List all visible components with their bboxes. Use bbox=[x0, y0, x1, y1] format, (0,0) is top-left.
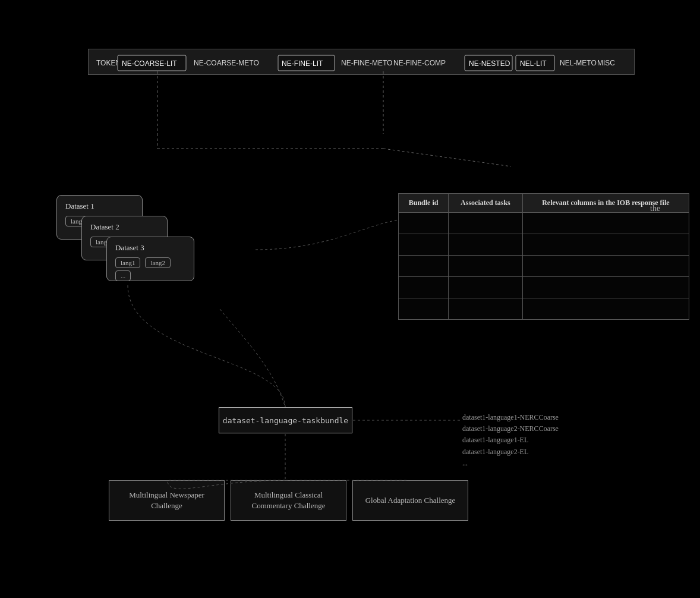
token-bar bbox=[88, 49, 635, 75]
table-header-bundle-id: Bundle id bbox=[399, 194, 449, 213]
table-row bbox=[399, 256, 689, 277]
challenge-box-global: Global Adaptation Challenge bbox=[352, 480, 468, 521]
lang-tag: lang2 bbox=[145, 257, 170, 268]
table-row bbox=[399, 277, 689, 298]
table-row bbox=[399, 234, 689, 256]
main-container: Dataset 1 lang Dataset 2 lang Dataset 3 … bbox=[0, 0, 700, 598]
lang-tag-ellipsis: ... bbox=[115, 270, 131, 281]
example-ids: dataset1-language1-NERCCoarse dataset1-l… bbox=[462, 412, 559, 469]
bundle-table: Bundle id Associated tasks Relevant colu… bbox=[398, 193, 689, 320]
taskbundle-label: dataset-language-taskbundle bbox=[223, 416, 348, 425]
table-header-relevant-columns: Relevant columns in the IOB response fil… bbox=[522, 194, 689, 213]
lang-tag: lang1 bbox=[115, 257, 140, 268]
challenge-box-newspaper: Multilingual Newspaper Challenge bbox=[109, 480, 225, 521]
taskbundle-box: dataset-language-taskbundle bbox=[219, 407, 352, 433]
challenge-label-classical: Multilingual Classical Commentary Challe… bbox=[236, 490, 341, 511]
table-header-associated-tasks: Associated tasks bbox=[449, 194, 523, 213]
dataset-card-3: Dataset 3 lang1 lang2 ... bbox=[106, 237, 194, 281]
challenge-box-classical: Multilingual Classical Commentary Challe… bbox=[231, 480, 346, 521]
svg-line-18 bbox=[383, 149, 511, 166]
challenge-label-global: Global Adaptation Challenge bbox=[365, 495, 456, 506]
challenge-label-newspaper: Multilingual Newspaper Challenge bbox=[114, 490, 219, 511]
table-row bbox=[399, 213, 689, 234]
table-row bbox=[399, 298, 689, 320]
challenges-container: Multilingual Newspaper Challenge Multili… bbox=[109, 480, 468, 521]
